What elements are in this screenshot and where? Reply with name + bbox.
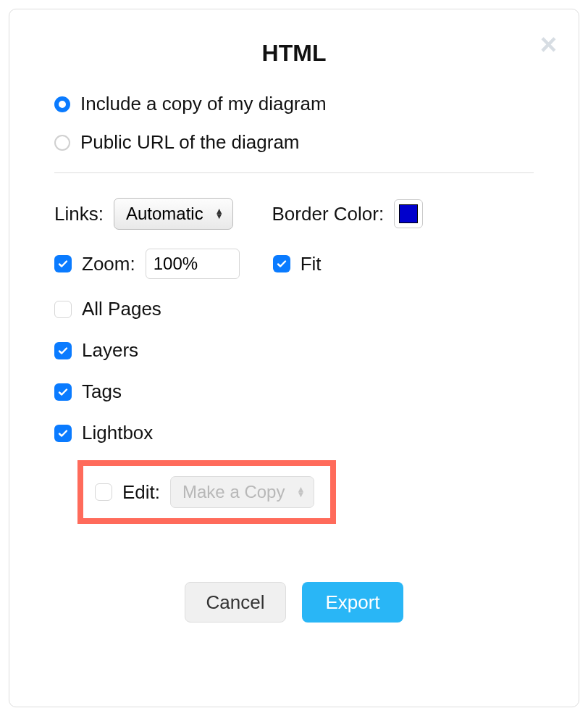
links-label: Links: (54, 203, 104, 225)
border-color-label: Border Color: (272, 203, 385, 225)
fit-label: Fit (301, 253, 322, 275)
lightbox-label: Lightbox (82, 422, 153, 444)
all-pages-label: All Pages (82, 298, 161, 320)
border-color-swatch (399, 204, 418, 223)
edit-highlight-box: Edit: Make a Copy ▲▼ (77, 460, 336, 524)
close-icon[interactable]: × (540, 30, 557, 59)
chevron-up-down-icon: ▲▼ (215, 209, 224, 219)
links-select[interactable]: Automatic ▲▼ (114, 198, 233, 230)
fit-checkbox[interactable] (273, 255, 290, 272)
layers-label: Layers (82, 339, 138, 362)
export-button[interactable]: Export (302, 582, 403, 623)
chevron-up-down-icon: ▲▼ (296, 487, 305, 497)
public-url-radio[interactable] (54, 135, 70, 151)
zoom-input[interactable] (146, 249, 240, 279)
links-select-value: Automatic (126, 204, 203, 224)
html-export-dialog: × HTML Include a copy of my diagram Publ… (9, 9, 579, 707)
edit-select[interactable]: Make a Copy ▲▼ (170, 476, 314, 508)
zoom-checkbox[interactable] (54, 255, 72, 272)
divider (54, 172, 534, 173)
edit-checkbox[interactable] (95, 483, 112, 501)
border-color-input[interactable] (394, 199, 423, 228)
all-pages-checkbox[interactable] (54, 301, 72, 318)
edit-label: Edit: (122, 481, 160, 504)
dialog-title: HTML (54, 40, 534, 67)
source-radio-group: Include a copy of my diagram Public URL … (54, 93, 534, 154)
zoom-label: Zoom: (82, 253, 135, 275)
edit-select-value: Make a Copy (182, 482, 285, 502)
include-copy-label: Include a copy of my diagram (80, 93, 327, 115)
public-url-label: Public URL of the diagram (80, 131, 300, 154)
tags-checkbox[interactable] (54, 383, 72, 401)
layers-checkbox[interactable] (54, 342, 72, 359)
include-copy-radio[interactable] (54, 96, 70, 112)
dialog-buttons: Cancel Export (54, 582, 534, 623)
lightbox-checkbox[interactable] (54, 425, 72, 442)
tags-label: Tags (82, 380, 122, 403)
cancel-button[interactable]: Cancel (185, 582, 286, 623)
